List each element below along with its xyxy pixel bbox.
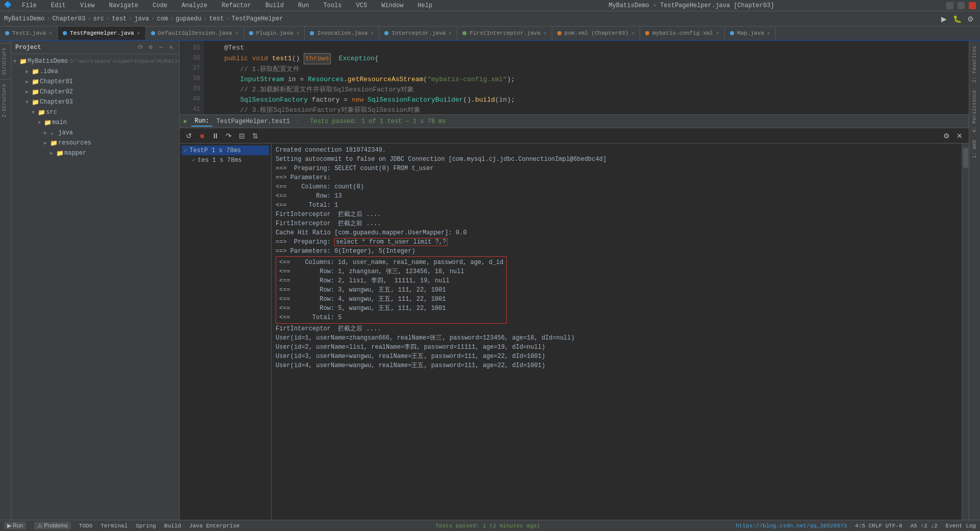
persistence-tab[interactable]: 4: Persistence [970, 87, 979, 136]
settings-button[interactable]: ⚙ [965, 13, 976, 25]
stop-button[interactable]: ■ [197, 131, 207, 141]
todo-label[interactable]: TODO [79, 523, 92, 529]
close-button[interactable] [969, 2, 976, 9]
problems-status-button[interactable]: ⚠ Problems [34, 522, 71, 529]
tab-invocation[interactable]: Invocation.java ✕ [305, 27, 379, 40]
favorites-tab[interactable]: 2: Favorites [970, 43, 979, 86]
breadcrumb-java[interactable]: java [134, 15, 149, 22]
tab-map[interactable]: Map.java ✕ [725, 27, 776, 40]
tab-close-button[interactable]: ✕ [235, 30, 238, 36]
tree-chapter01[interactable]: ▶ 📁 Chapter01 [11, 77, 179, 87]
tree-chapter03[interactable]: ▼ 📁 Chapter03 [11, 97, 179, 107]
menu-tools[interactable]: Tools [320, 1, 346, 10]
sync-icon[interactable]: ⟳ [136, 43, 144, 52]
tree-src[interactable]: ▼ 📁 src [11, 107, 179, 117]
menu-code[interactable]: Code [149, 1, 172, 10]
tab-close-button[interactable]: ✕ [296, 30, 299, 36]
menu-build[interactable]: Build [261, 1, 288, 10]
breadcrumb-mybatisdemo[interactable]: MyBatisDemo [4, 15, 44, 22]
tab-firstinterceptor[interactable]: FirstInterceptor.java ✕ [457, 27, 552, 40]
breadcrumb-testpagehelper[interactable]: TestPageHelper [232, 15, 283, 22]
tab-close-button[interactable]: ✕ [716, 30, 719, 36]
menu-view[interactable]: View [76, 1, 99, 10]
tab-interceptor[interactable]: Interceptor.java ✕ [379, 27, 457, 40]
tree-java[interactable]: ▶ ☕ java [11, 128, 179, 138]
breadcrumb-gupaedu[interactable]: gupaedu [176, 15, 201, 22]
filter-button[interactable]: ⊟ [237, 131, 247, 141]
close-icon[interactable]: ✕ [167, 43, 175, 52]
tab-close-button[interactable]: ✕ [544, 30, 547, 36]
menu-navigate[interactable]: Navigate [105, 1, 142, 10]
web-tab[interactable]: 1: Web [970, 137, 979, 161]
tree-idea[interactable]: ▶ 📁 .idea [11, 66, 179, 77]
step-over-button[interactable]: ↷ [224, 131, 234, 141]
tree-mapper[interactable]: ▶ 📁 mapper [11, 148, 179, 158]
z-structure-tab[interactable]: Z-Structure [0, 79, 11, 122]
menu-run[interactable]: Run [294, 1, 313, 10]
right-scrollbar[interactable] [962, 143, 969, 520]
tab-close-button[interactable]: ✕ [449, 30, 452, 36]
java-enterprise-label[interactable]: Java Enterprise [189, 523, 240, 529]
tab-close-button[interactable]: ✕ [371, 30, 374, 36]
test-tree-item-root[interactable]: ✓ TestP 1 s 78ms [182, 146, 269, 155]
spring-label[interactable]: Spring [136, 523, 156, 529]
menu-window[interactable]: Window [377, 1, 407, 10]
pause-button[interactable]: ⏸ [210, 131, 220, 141]
url-label[interactable]: https://blog.csdn.net/qq_38526573 [736, 523, 847, 529]
breadcrumb-com[interactable]: com [157, 15, 168, 22]
run-test-label[interactable]: TestPageHelper.test1 [216, 118, 290, 125]
tab-pom[interactable]: pom.xml (Chapter03) ✕ [552, 27, 640, 40]
tree-main[interactable]: ▼ 📁 main [11, 117, 179, 128]
breadcrumb-src[interactable]: src [93, 15, 104, 22]
console-line-highlighted: ==> Preparing: select * from t_user limi… [276, 237, 958, 247]
editor-content[interactable]: @Test public void test1() throws Excepti… [204, 41, 969, 114]
scrollbar-thumb[interactable] [963, 148, 968, 168]
run-tab-label[interactable]: Run: [191, 116, 212, 127]
test-tree-item-test1[interactable]: ✓ tes 1 s 78ms [182, 155, 269, 165]
tab-close-button[interactable]: ✕ [767, 30, 770, 36]
code-line-35: @Test [208, 43, 965, 53]
tab-mybatis-config[interactable]: mybatis-config.xml ✕ [640, 27, 725, 40]
menu-help[interactable]: Help [413, 1, 436, 10]
run-status-button[interactable]: ▶ Run [4, 522, 26, 529]
tree-chapter02[interactable]: ▶ 📁 Chapter02 [11, 87, 179, 97]
close-run-button[interactable]: ✕ [954, 131, 965, 141]
debug-button[interactable]: 🐛 [951, 13, 963, 25]
menu-vcs[interactable]: VCS [352, 1, 372, 10]
menu-file[interactable]: File [18, 1, 41, 10]
rerun-button[interactable]: ↺ [184, 131, 194, 141]
main-area: Structure Z-Structure Project ⟳ ⚙ — ✕ ▼ … [0, 41, 980, 520]
tab-defaultsqlsession[interactable]: DefaultSqlSession.java ✕ [146, 27, 244, 40]
tab-plugin[interactable]: Plugin.java ✕ [244, 27, 305, 40]
event-log-label[interactable]: Event Log [946, 523, 976, 529]
minimize-button[interactable] [946, 2, 953, 9]
sidebar-header: Project ⟳ ⚙ — ✕ [11, 41, 179, 54]
breadcrumb-chapter03[interactable]: Chapter03 [52, 15, 85, 22]
collapse-icon[interactable]: — [157, 43, 165, 52]
tab-close-button[interactable]: ✕ [631, 30, 634, 36]
maximize-button[interactable] [958, 2, 965, 9]
gear-icon[interactable]: ⚙ [146, 43, 155, 52]
breadcrumb-test2[interactable]: test [209, 15, 224, 22]
settings-run-button[interactable]: ⚙ [941, 131, 951, 141]
menu-analyze[interactable]: Analyze [178, 1, 211, 10]
tab-testpagehelper[interactable]: TestPageHelper.java ✕ [58, 27, 145, 40]
app-icon: 🔷 [4, 1, 12, 10]
terminal-label[interactable]: Terminal [101, 523, 128, 529]
console-line: <== Total: 1 [276, 201, 958, 210]
run-button[interactable]: ▶ [938, 13, 949, 25]
menu-edit[interactable]: Edit [47, 1, 70, 10]
menu-refactor[interactable]: Refactor [217, 1, 255, 10]
tab-label: pom.xml (Chapter03) [565, 30, 628, 36]
tab-close-button[interactable]: ✕ [137, 30, 140, 36]
tab-test1[interactable]: Test1.java ✕ [0, 27, 58, 40]
sort-button[interactable]: ⇅ [250, 131, 260, 141]
breadcrumb-test[interactable]: test [112, 15, 127, 22]
console-output[interactable]: Created connection 1810742349. Setting a… [272, 143, 962, 520]
tree-resources[interactable]: ▶ 📁 resources [11, 138, 179, 148]
console-line: <== Row: 2, lisi, 李四, 11111, 19, null [279, 276, 503, 285]
structure-tab[interactable]: Structure [0, 43, 11, 79]
tree-root-mybatisdemo[interactable]: ▼ 📁 MyBatisDemo D:\workspace\vipworkspac… [11, 56, 179, 66]
tab-close-button[interactable]: ✕ [49, 30, 52, 36]
build-label[interactable]: Build [164, 523, 181, 529]
